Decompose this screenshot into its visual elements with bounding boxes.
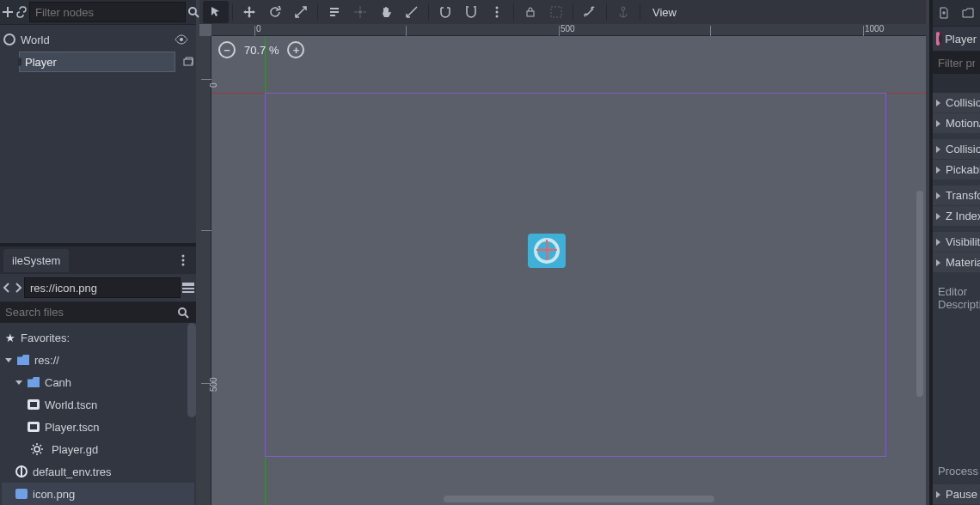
fs-label: Player.gd bbox=[52, 443, 98, 456]
chevron-right-icon bbox=[936, 100, 940, 106]
dock-options-icon[interactable] bbox=[174, 251, 193, 270]
inspector-row-pickable[interactable]: Pickable bbox=[933, 160, 980, 180]
viewport-h-scrollbar[interactable] bbox=[444, 496, 714, 502]
svg-rect-10 bbox=[182, 291, 194, 293]
inspector-row-transform[interactable]: Transform bbox=[933, 186, 980, 206]
svg-point-12 bbox=[34, 447, 40, 452]
chevron-right-icon bbox=[936, 239, 940, 246]
center-area: View 0 500 1000 0 500 − 70.7 % + bbox=[199, 0, 926, 505]
tree-node-selected[interactable] bbox=[2, 51, 194, 73]
rotate-tool-button[interactable] bbox=[262, 1, 288, 23]
fs-favorites[interactable]: ★ Favorites: bbox=[2, 326, 194, 349]
separator bbox=[573, 3, 573, 21]
fs-label: res:// bbox=[34, 354, 59, 367]
nav-back-icon[interactable] bbox=[2, 278, 11, 297]
smart-snap-button[interactable] bbox=[458, 1, 484, 23]
svg-point-11 bbox=[179, 308, 186, 315]
select-tool-button[interactable] bbox=[203, 1, 229, 23]
viewport-v-scrollbar[interactable] bbox=[916, 191, 923, 397]
tree-node-rename-input[interactable] bbox=[19, 52, 175, 72]
fs-file-playergd[interactable]: Player.gd bbox=[2, 438, 194, 460]
filter-nodes-input[interactable] bbox=[29, 2, 186, 22]
inspector-row-pause[interactable]: Pause bbox=[933, 484, 980, 505]
filesystem-path-input[interactable] bbox=[24, 277, 181, 298]
open-resource-icon[interactable] bbox=[959, 3, 977, 22]
visibility-icon[interactable] bbox=[172, 30, 191, 49]
inspector-row-visibility[interactable]: Visibility bbox=[933, 232, 980, 252]
svg-rect-18 bbox=[551, 7, 561, 17]
split-mode-icon[interactable] bbox=[182, 278, 194, 297]
fs-res-root[interactable]: res:// bbox=[2, 349, 194, 371]
zoom-out-button[interactable]: − bbox=[218, 41, 236, 58]
nav-forward-icon[interactable] bbox=[13, 278, 22, 297]
svg-rect-3 bbox=[184, 59, 193, 65]
fs-label: default_env.tres bbox=[33, 465, 112, 478]
chevron-right-icon bbox=[936, 491, 940, 498]
fs-file-icon[interactable]: icon.png bbox=[2, 483, 194, 505]
list-select-button[interactable] bbox=[322, 1, 347, 23]
svg-point-13 bbox=[358, 10, 362, 14]
separator bbox=[317, 3, 318, 21]
link-icon[interactable] bbox=[15, 3, 28, 21]
ruler-label: 0 bbox=[256, 24, 261, 33]
ruler-tool-button[interactable] bbox=[399, 1, 425, 23]
add-node-icon[interactable] bbox=[2, 3, 14, 21]
scene-tree: World bbox=[0, 25, 196, 246]
chevron-right-icon bbox=[936, 146, 940, 153]
pivot-button[interactable] bbox=[347, 1, 373, 23]
lock-button[interactable] bbox=[518, 1, 543, 23]
environment-icon bbox=[15, 465, 28, 478]
inspector-filter-input[interactable] bbox=[933, 52, 980, 74]
fs-file-env[interactable]: default_env.tres bbox=[2, 460, 194, 483]
zoom-in-button[interactable]: + bbox=[287, 41, 304, 58]
inspector-row-label: Collision bbox=[946, 143, 980, 155]
group-button[interactable] bbox=[543, 1, 569, 23]
scale-tool-button[interactable] bbox=[288, 1, 314, 23]
canvas[interactable] bbox=[211, 36, 926, 505]
inspector-row-zindex[interactable]: Z Index bbox=[933, 206, 980, 227]
filesystem-scrollbar[interactable] bbox=[187, 323, 196, 417]
filesystem-path-row bbox=[0, 274, 196, 302]
new-resource-icon[interactable] bbox=[934, 3, 953, 22]
scene-file-icon bbox=[28, 399, 40, 410]
tree-node-root[interactable]: World bbox=[2, 28, 194, 51]
inspector-panel: Player Collision Motion/Sync Collision P… bbox=[929, 0, 980, 505]
ruler-label: 500 bbox=[560, 24, 575, 33]
scene-file-icon bbox=[28, 422, 40, 432]
viewport-2d[interactable]: 0 500 1000 0 500 − 70.7 % + bbox=[199, 24, 926, 505]
chevron-right-icon bbox=[936, 192, 940, 199]
inspector-node-name: Player bbox=[945, 33, 977, 46]
pan-tool-button[interactable] bbox=[373, 1, 399, 23]
inspector-row-collision[interactable]: Collision bbox=[933, 93, 980, 113]
inspector-row-motion[interactable]: Motion/Sync bbox=[933, 113, 980, 134]
view-menu-button[interactable]: View bbox=[644, 6, 685, 19]
inspector-row-label: Motion/Sync bbox=[946, 117, 980, 130]
move-tool-button[interactable] bbox=[236, 1, 262, 23]
filesystem-tab[interactable]: ileSystem bbox=[3, 249, 69, 272]
filesystem-search-row bbox=[0, 302, 196, 323]
node2d-icon bbox=[3, 33, 15, 46]
filesystem-tab-row: ileSystem bbox=[0, 246, 196, 274]
scene-toolbar bbox=[0, 0, 196, 25]
fs-file-playertscn[interactable]: Player.tscn bbox=[2, 416, 194, 438]
search-icon[interactable] bbox=[174, 303, 193, 322]
fs-file-worldtscn[interactable]: World.tscn bbox=[2, 393, 194, 416]
svg-point-15 bbox=[496, 11, 499, 14]
bone-button[interactable] bbox=[577, 1, 603, 23]
search-icon[interactable] bbox=[187, 3, 199, 21]
inspector-row-material[interactable]: Material bbox=[933, 252, 980, 273]
snap-toggle-button[interactable] bbox=[432, 1, 458, 23]
svg-point-19 bbox=[622, 7, 625, 10]
filesystem-search-input[interactable] bbox=[0, 302, 196, 323]
inspector-top-bar bbox=[933, 0, 980, 27]
fs-label: icon.png bbox=[33, 488, 75, 501]
instance-icon[interactable] bbox=[179, 52, 196, 71]
viewport-rect bbox=[265, 93, 886, 457]
inspector-row-collision2[interactable]: Collision bbox=[933, 139, 980, 160]
chevron-down-icon bbox=[5, 358, 12, 362]
inspector-row-label: Material bbox=[946, 256, 980, 269]
fs-folder-canh[interactable]: Canh bbox=[2, 371, 194, 393]
anchor-button[interactable] bbox=[610, 1, 636, 23]
snap-options-icon[interactable] bbox=[484, 1, 510, 23]
inspector-row-label: Collision bbox=[946, 96, 980, 109]
